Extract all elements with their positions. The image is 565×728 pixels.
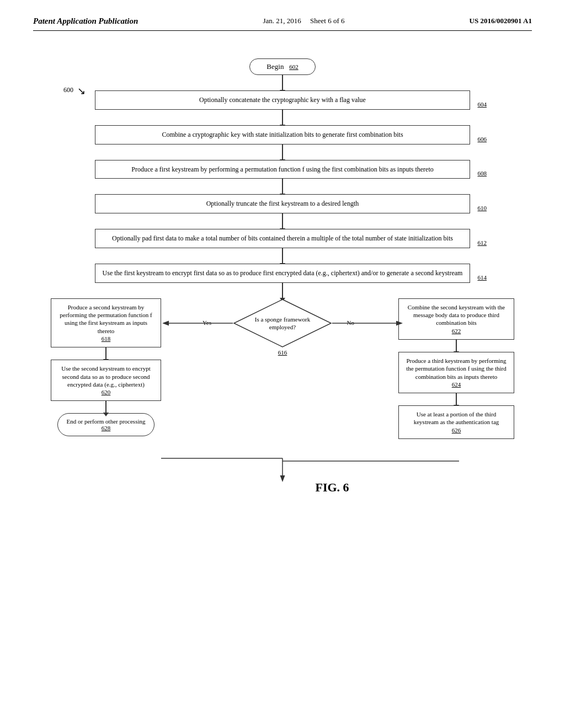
publication-title: Patent Application Publication — [33, 17, 138, 26]
page-header: Patent Application Publication Jan. 21, … — [33, 17, 532, 31]
label-600: 600 ↘ — [63, 86, 73, 94]
box-608: Produce a first keystream by performing … — [95, 160, 470, 179]
arrow-622-624 — [456, 340, 457, 352]
begin-node: Begin 602 — [249, 58, 315, 75]
box-618: Produce a second keystream by performing… — [51, 298, 161, 347]
diamond-row: Is a sponge framework employed? 616 Yes — [45, 298, 520, 475]
box-626: Use at least a portion of the third keys… — [398, 405, 514, 439]
arrow-620-628 — [105, 401, 106, 413]
box-606: Combine a cryptographic key with state i… — [95, 125, 470, 144]
arrow-624-626 — [456, 393, 457, 405]
box-624: Produce a third keystream by performing … — [398, 352, 514, 393]
arrow-3 — [282, 144, 283, 160]
diamond-616: Is a sponge framework employed? — [233, 298, 332, 348]
no-label: No — [347, 319, 354, 326]
arrow-4 — [282, 179, 283, 194]
box-614: Use the first keystream to encrypt first… — [95, 264, 470, 283]
box-628: End or perform other processing 628 — [57, 413, 155, 436]
arrow-1 — [282, 75, 283, 90]
box-612: Optionally pad first data to make a tota… — [95, 229, 470, 248]
box-620: Use the second keystream to encrypt seco… — [51, 360, 161, 401]
box-618-container: Produce a second keystream by performing… — [51, 298, 161, 437]
publication-number: US 2016/0020901 A1 — [470, 17, 532, 25]
yes-label: Yes — [202, 319, 211, 326]
box-604: Optionally concatenate the cryptographic… — [95, 90, 470, 110]
arrow-2 — [282, 110, 283, 125]
arrow-618-620 — [105, 347, 106, 360]
arrow-6 — [282, 248, 283, 264]
page: Patent Application Publication Jan. 21, … — [0, 0, 565, 728]
box-610: Optionally truncate the first keystream … — [95, 194, 470, 213]
publication-date: Jan. 21, 2016 Sheet 6 of 6 — [263, 17, 344, 25]
box-622: Combine the second keystream with the me… — [398, 298, 514, 340]
diamond-616-container: Is a sponge framework employed? 616 Yes — [233, 298, 332, 356]
arrow-5 — [282, 213, 283, 229]
fig-label: FIG. 6 — [132, 480, 532, 495]
arrow-7 — [282, 283, 283, 298]
right-branch: Combine the second keystream with the me… — [398, 298, 514, 439]
